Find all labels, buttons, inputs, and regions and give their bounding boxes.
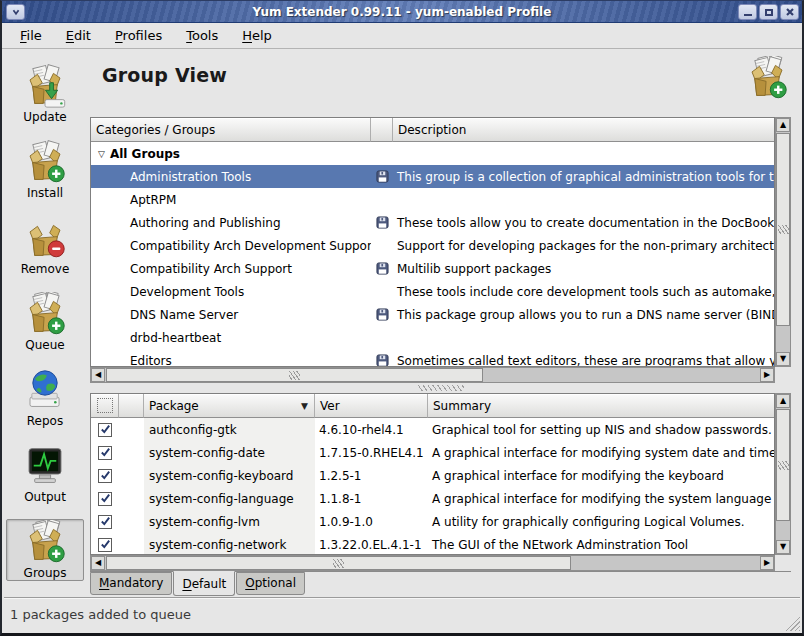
tab-optional[interactable]: Optional — [236, 572, 305, 595]
output-icon — [22, 444, 68, 489]
expander-icon[interactable]: ▽ — [98, 149, 105, 159]
update-icon — [22, 64, 68, 109]
scroll-right-button[interactable]: ▶ — [760, 368, 774, 382]
sidebar-item-remove[interactable]: Remove — [6, 215, 84, 277]
group-row[interactable]: Editors Sometimes called text editors, t… — [91, 349, 774, 366]
column-header-icon[interactable] — [371, 118, 393, 142]
group-description: This group is a collection of graphical … — [393, 170, 774, 184]
package-version: 1.2.5-1 — [315, 469, 428, 483]
sidebar-item-update[interactable]: Update — [6, 63, 84, 125]
column-header-ver[interactable]: Ver — [315, 394, 428, 418]
maximize-button[interactable] — [759, 4, 778, 20]
scrollbar-thumb[interactable] — [106, 368, 483, 382]
scroll-up-button[interactable]: ▲ — [776, 394, 790, 408]
statusbar: 1 packages added to queue — [2, 596, 802, 633]
packages-horizontal-scrollbar[interactable]: ◀ ▶ — [90, 555, 775, 571]
scroll-right-button[interactable]: ▶ — [760, 556, 774, 570]
column-header-package[interactable]: Package▼ — [144, 394, 315, 418]
package-row[interactable]: authconfig-gtk4.6.10-rhel4.1Graphical to… — [91, 418, 774, 441]
package-checkbox[interactable] — [98, 492, 112, 506]
column-header-spacer[interactable] — [119, 394, 144, 418]
scrollbar-thumb[interactable] — [776, 409, 790, 521]
maximize-icon — [765, 9, 773, 16]
sidebar-item-label: Update — [23, 110, 66, 124]
window-title: Yum Extender 0.99.11 - yum-enabled Profi… — [2, 5, 802, 19]
package-summary: Graphical tool for setting up NIS and sh… — [428, 423, 774, 437]
group-name: Administration Tools — [91, 170, 371, 184]
remove-icon — [22, 216, 68, 261]
package-row[interactable]: system-config-lvm1.0.9-1.0A utility for … — [91, 510, 774, 533]
scrollbar-thumb[interactable] — [776, 133, 790, 326]
sidebar-item-queue[interactable]: Queue — [6, 291, 84, 353]
group-description: Sometimes called text editors, these are… — [393, 354, 774, 367]
column-header-description[interactable]: Description — [393, 118, 774, 142]
scroll-down-button[interactable]: ▼ — [776, 352, 790, 366]
floppy-icon — [371, 262, 393, 275]
window-menu-button[interactable] — [6, 4, 25, 20]
package-checkbox[interactable] — [98, 538, 112, 552]
scroll-left-button[interactable]: ◀ — [91, 556, 105, 570]
menu-edit[interactable]: Edit — [56, 25, 101, 46]
group-row[interactable]: Compatibility Arch Development SupportSu… — [91, 234, 774, 257]
queue-icon — [22, 292, 68, 337]
sidebar-item-repos[interactable]: Repos — [6, 367, 84, 429]
group-name: DNS Name Server — [91, 308, 371, 322]
menu-tools[interactable]: Tools — [176, 25, 228, 46]
packages-vertical-scrollbar[interactable]: ▲ ▼ — [775, 393, 791, 555]
tab-default[interactable]: Default — [173, 571, 235, 596]
groups-horizontal-scrollbar[interactable]: ◀ ▶ — [90, 367, 775, 383]
package-row[interactable]: system-config-date1.7.15-0.RHEL4.1A grap… — [91, 441, 774, 464]
minimize-button[interactable] — [738, 4, 757, 20]
chevron-down-icon — [10, 6, 22, 18]
sidebar-item-label: Output — [24, 490, 66, 504]
select-all-box[interactable] — [97, 398, 113, 413]
package-checkbox[interactable] — [98, 446, 112, 460]
package-checkbox[interactable] — [98, 469, 112, 483]
column-header-checkbox[interactable] — [91, 394, 119, 418]
sidebar-item-label: Queue — [25, 338, 64, 352]
group-name: ▽All Groups — [91, 147, 371, 161]
column-header-categories[interactable]: Categories / Groups — [91, 118, 371, 142]
scroll-left-button[interactable]: ◀ — [91, 368, 105, 382]
group-name: Compatibility Arch Support — [91, 262, 371, 276]
package-checkbox[interactable] — [98, 515, 112, 529]
sidebar-item-output[interactable]: Output — [6, 443, 84, 505]
package-name: system-config-lvm — [144, 510, 315, 533]
group-row[interactable]: drbd-heartbeat — [91, 326, 774, 349]
sidebar-item-install[interactable]: Install — [6, 139, 84, 201]
scroll-down-button[interactable]: ▼ — [776, 540, 790, 554]
column-header-summary[interactable]: Summary — [428, 394, 774, 418]
menu-profiles[interactable]: Profiles — [105, 25, 172, 46]
group-row[interactable]: Authoring and Publishing These tools all… — [91, 211, 774, 234]
group-row[interactable]: Compatibility Arch Support Multilib supp… — [91, 257, 774, 280]
group-row[interactable]: DNS Name Server This package group allow… — [91, 303, 774, 326]
package-checkbox[interactable] — [98, 423, 112, 437]
package-version: 1.7.15-0.RHEL4.1 — [315, 446, 428, 460]
group-description: This package group allows you to run a D… — [393, 308, 774, 322]
group-row[interactable]: Administration Tools This group is a col… — [91, 165, 774, 188]
group-name: AptRPM — [91, 193, 371, 207]
package-name: system-config-date — [144, 441, 315, 464]
group-row[interactable]: AptRPM — [91, 188, 774, 211]
tab-mandatory[interactable]: Mandatory — [90, 572, 172, 595]
package-summary: A graphical interface for modifying the … — [428, 492, 774, 506]
resize-grip[interactable] — [785, 616, 800, 631]
scrollbar-thumb[interactable] — [106, 556, 571, 570]
titlebar[interactable]: Yum Extender 0.99.11 - yum-enabled Profi… — [2, 1, 802, 23]
package-row[interactable]: system-config-network1.3.22.0.EL.4.1-1Th… — [91, 533, 774, 554]
group-row[interactable]: Development ToolsThese tools include cor… — [91, 280, 774, 303]
page-title: Group View — [102, 64, 227, 86]
sidebar-item-groups[interactable]: Groups — [6, 519, 84, 581]
sidebar-item-label: Groups — [24, 566, 67, 580]
pane-resize-handle[interactable] — [90, 384, 791, 392]
package-name: system-config-language — [144, 487, 315, 510]
package-row[interactable]: system-config-keyboard1.2.5-1A graphical… — [91, 464, 774, 487]
menu-help[interactable]: Help — [232, 25, 282, 46]
package-row[interactable]: system-config-language1.1.8-1A graphical… — [91, 487, 774, 510]
close-button[interactable] — [780, 4, 799, 20]
groups-vertical-scrollbar[interactable]: ▲ ▼ — [775, 117, 791, 367]
sidebar-item-label: Install — [27, 186, 63, 200]
scroll-up-button[interactable]: ▲ — [776, 118, 790, 132]
menu-file[interactable]: File — [10, 25, 52, 46]
group-row[interactable]: ▽All Groups — [91, 142, 774, 165]
